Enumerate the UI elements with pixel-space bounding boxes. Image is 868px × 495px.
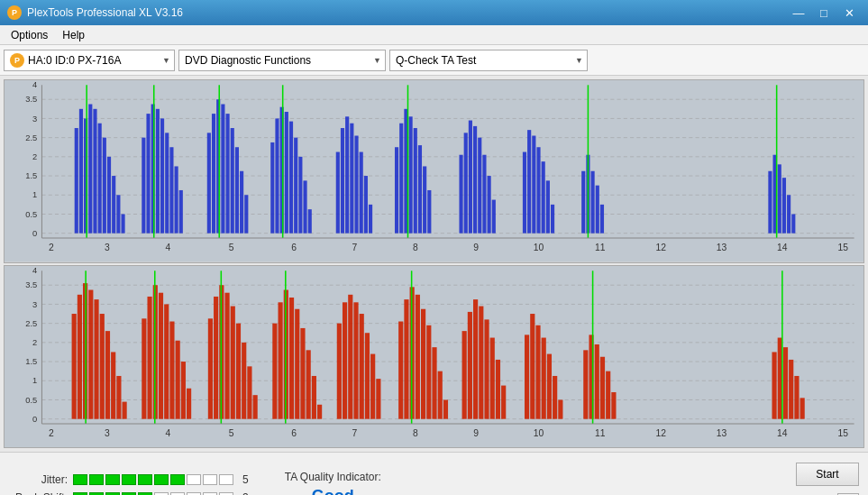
peak-bar-3: [105, 492, 120, 496]
svg-rect-95: [596, 186, 599, 234]
svg-text:0: 0: [32, 228, 37, 238]
svg-rect-142: [88, 289, 93, 418]
svg-text:1: 1: [32, 189, 37, 199]
svg-text:9: 9: [473, 427, 479, 437]
svg-rect-211: [553, 375, 557, 418]
jitter-value: 5: [242, 473, 249, 486]
svg-rect-210: [547, 353, 552, 418]
svg-rect-18: [75, 128, 78, 234]
svg-rect-163: [224, 292, 229, 418]
svg-rect-166: [242, 342, 246, 418]
svg-rect-150: [142, 318, 146, 418]
svg-text:6: 6: [291, 243, 297, 252]
svg-rect-216: [600, 356, 605, 418]
svg-rect-146: [111, 352, 115, 418]
svg-rect-67: [369, 205, 372, 234]
bottom-chart-svg: 0 0.5 1 1.5 2 2.5 3 3.5 4: [5, 266, 863, 448]
svg-rect-57: [303, 180, 306, 233]
svg-rect-72: [414, 128, 417, 234]
svg-rect-82: [482, 155, 486, 234]
svg-rect-63: [350, 124, 353, 234]
svg-rect-168: [253, 395, 258, 419]
menu-help[interactable]: Help: [55, 27, 92, 43]
maximize-button[interactable]: □: [812, 4, 836, 22]
svg-rect-209: [542, 337, 546, 418]
svg-text:0.5: 0.5: [25, 394, 37, 404]
title-buttons: — □ ✕: [787, 4, 861, 22]
svg-rect-191: [416, 294, 420, 418]
peak-shift-bars: [73, 492, 233, 496]
svg-rect-22: [93, 109, 96, 234]
svg-text:6: 6: [291, 427, 297, 437]
svg-text:0.5: 0.5: [25, 209, 37, 219]
title-text: PlexTools Professional XL V3.16: [27, 6, 183, 19]
svg-text:0: 0: [32, 413, 37, 423]
jitter-bars: [73, 474, 233, 485]
svg-rect-147: [116, 375, 121, 418]
svg-rect-92: [581, 171, 585, 234]
svg-text:10: 10: [534, 243, 544, 252]
svg-rect-68: [395, 147, 398, 233]
svg-rect-156: [176, 340, 180, 418]
svg-rect-61: [341, 128, 344, 234]
peak-white-1: [154, 492, 169, 496]
svg-rect-218: [611, 391, 616, 418]
svg-rect-0: [5, 80, 863, 262]
drive-selector[interactable]: P HA:0 ID:0 PX-716A ▼: [4, 50, 175, 71]
function-arrow-icon: ▼: [373, 56, 381, 65]
svg-rect-60: [336, 152, 340, 234]
svg-rect-178: [317, 404, 322, 418]
svg-text:2: 2: [32, 336, 37, 346]
close-button[interactable]: ✕: [837, 4, 861, 22]
svg-text:1.5: 1.5: [25, 356, 37, 366]
svg-text:15: 15: [837, 243, 848, 252]
peak-white-2: [170, 492, 185, 496]
function-selector[interactable]: DVD Diagnostic Functions ▼: [178, 50, 386, 71]
svg-rect-189: [404, 299, 408, 419]
menu-options[interactable]: Options: [4, 27, 55, 43]
svg-text:14: 14: [777, 243, 788, 252]
svg-rect-43: [221, 105, 224, 234]
svg-rect-24: [103, 138, 106, 234]
ta-quality-section: TA Quality Indicator: Good: [285, 471, 381, 495]
svg-rect-85: [523, 152, 526, 234]
jitter-white-2: [203, 474, 217, 485]
svg-text:7: 7: [352, 243, 358, 252]
minimize-button[interactable]: —: [787, 4, 810, 22]
title-bar: P PlexTools Professional XL V3.16 — □ ✕: [0, 0, 868, 25]
svg-rect-38: [179, 190, 183, 234]
svg-rect-212: [558, 399, 562, 418]
svg-rect-86: [527, 130, 531, 234]
svg-rect-188: [398, 321, 403, 418]
svg-rect-34: [160, 118, 164, 233]
svg-rect-74: [423, 166, 426, 233]
title-bar-left: P PlexTools Professional XL V3.16: [7, 5, 183, 20]
svg-rect-200: [473, 299, 478, 419]
svg-rect-203: [490, 337, 495, 418]
svg-text:10: 10: [534, 427, 544, 437]
svg-rect-87: [532, 136, 535, 234]
svg-rect-173: [289, 297, 294, 418]
svg-rect-51: [275, 118, 279, 233]
svg-rect-185: [365, 333, 370, 418]
svg-rect-144: [100, 314, 105, 419]
svg-rect-55: [294, 138, 297, 234]
svg-rect-94: [591, 171, 595, 234]
svg-text:3.5: 3.5: [25, 94, 37, 104]
svg-text:8: 8: [413, 243, 418, 252]
svg-text:1: 1: [32, 375, 37, 385]
svg-rect-176: [306, 350, 311, 418]
svg-rect-66: [364, 176, 368, 234]
svg-rect-187: [376, 379, 380, 419]
drive-arrow-icon: ▼: [162, 56, 170, 65]
svg-rect-53: [285, 112, 288, 234]
svg-rect-77: [459, 155, 462, 234]
svg-rect-26: [112, 176, 115, 234]
svg-rect-157: [181, 362, 186, 419]
svg-rect-193: [426, 325, 431, 418]
svg-rect-139: [72, 314, 77, 419]
svg-text:2: 2: [49, 427, 54, 437]
start-button[interactable]: Start: [796, 463, 859, 486]
test-selector[interactable]: Q-Check TA Test ▼: [389, 50, 588, 71]
svg-rect-31: [146, 114, 150, 234]
